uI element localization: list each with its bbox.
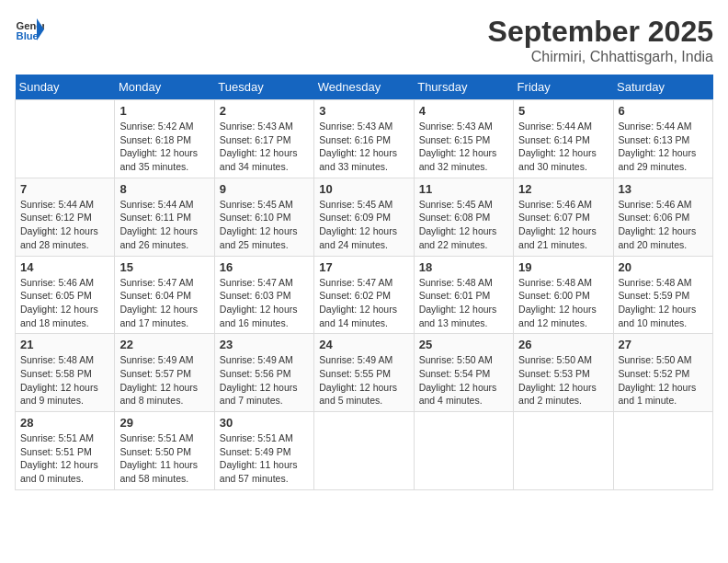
table-row: 17Sunrise: 5:47 AM Sunset: 6:02 PM Dayli… — [314, 256, 414, 334]
day-number: 29 — [119, 416, 209, 430]
day-number: 22 — [119, 338, 209, 351]
day-info: Sunrise: 5:46 AM Sunset: 6:07 PM Dayligh… — [518, 198, 608, 252]
day-number: 12 — [518, 182, 608, 196]
day-number: 15 — [119, 260, 209, 274]
table-row: 21Sunrise: 5:48 AM Sunset: 5:58 PM Dayli… — [16, 334, 115, 412]
table-row: 1Sunrise: 5:42 AM Sunset: 6:18 PM Daylig… — [115, 100, 214, 178]
table-row: 20Sunrise: 5:48 AM Sunset: 5:59 PM Dayli… — [613, 256, 712, 334]
table-row: 27Sunrise: 5:50 AM Sunset: 5:52 PM Dayli… — [613, 334, 712, 412]
day-info: Sunrise: 5:50 AM Sunset: 5:53 PM Dayligh… — [518, 353, 608, 408]
day-info: Sunrise: 5:45 AM Sunset: 6:08 PM Dayligh… — [419, 198, 508, 252]
table-row: 7Sunrise: 5:44 AM Sunset: 6:12 PM Daylig… — [16, 178, 115, 256]
day-number: 14 — [20, 260, 109, 274]
logo-icon: General Blue — [15, 15, 44, 44]
svg-text:Blue: Blue — [17, 30, 39, 41]
location-subtitle: Chirmiri, Chhattisgarh, India — [488, 49, 713, 65]
day-info: Sunrise: 5:43 AM Sunset: 6:16 PM Dayligh… — [319, 120, 408, 174]
table-row: 4Sunrise: 5:43 AM Sunset: 6:15 PM Daylig… — [414, 100, 513, 178]
calendar-week-row: 28Sunrise: 5:51 AM Sunset: 5:51 PM Dayli… — [16, 412, 713, 490]
day-info: Sunrise: 5:42 AM Sunset: 6:18 PM Dayligh… — [119, 120, 209, 174]
day-number: 28 — [20, 416, 109, 430]
table-row: 12Sunrise: 5:46 AM Sunset: 6:07 PM Dayli… — [514, 178, 613, 256]
day-number: 25 — [419, 338, 508, 351]
col-saturday: Saturday — [613, 75, 712, 100]
logo: General Blue — [15, 15, 44, 44]
day-info: Sunrise: 5:44 AM Sunset: 6:12 PM Dayligh… — [20, 198, 109, 252]
day-number: 3 — [319, 104, 408, 118]
month-year-title: September 2025 — [488, 15, 713, 49]
day-info: Sunrise: 5:49 AM Sunset: 5:55 PM Dayligh… — [319, 353, 408, 408]
day-number: 7 — [20, 182, 109, 196]
day-info: Sunrise: 5:45 AM Sunset: 6:10 PM Dayligh… — [220, 198, 309, 252]
table-row: 2Sunrise: 5:43 AM Sunset: 6:17 PM Daylig… — [214, 100, 313, 178]
day-info: Sunrise: 5:44 AM Sunset: 6:11 PM Dayligh… — [119, 198, 209, 252]
table-row: 6Sunrise: 5:44 AM Sunset: 6:13 PM Daylig… — [613, 100, 712, 178]
table-row: 25Sunrise: 5:50 AM Sunset: 5:54 PM Dayli… — [414, 334, 513, 412]
col-friday: Friday — [514, 75, 613, 100]
table-row: 23Sunrise: 5:49 AM Sunset: 5:56 PM Dayli… — [214, 334, 313, 412]
day-number: 26 — [518, 338, 608, 351]
day-info: Sunrise: 5:43 AM Sunset: 6:17 PM Dayligh… — [220, 120, 309, 174]
table-row: 10Sunrise: 5:45 AM Sunset: 6:09 PM Dayli… — [314, 178, 414, 256]
day-info: Sunrise: 5:46 AM Sunset: 6:06 PM Dayligh… — [619, 198, 708, 252]
day-info: Sunrise: 5:50 AM Sunset: 5:52 PM Dayligh… — [619, 353, 708, 408]
table-row — [314, 412, 414, 490]
day-number: 20 — [619, 260, 708, 274]
day-number: 17 — [319, 260, 408, 274]
day-number: 2 — [220, 104, 309, 118]
table-row: 5Sunrise: 5:44 AM Sunset: 6:14 PM Daylig… — [514, 100, 613, 178]
calendar-table: Sunday Monday Tuesday Wednesday Thursday… — [15, 75, 713, 490]
table-row: 24Sunrise: 5:49 AM Sunset: 5:55 PM Dayli… — [314, 334, 414, 412]
day-number: 1 — [119, 104, 209, 118]
day-number: 5 — [518, 104, 608, 118]
table-row — [514, 412, 613, 490]
table-row — [414, 412, 513, 490]
table-row: 13Sunrise: 5:46 AM Sunset: 6:06 PM Dayli… — [613, 178, 712, 256]
day-info: Sunrise: 5:49 AM Sunset: 5:56 PM Dayligh… — [220, 353, 309, 408]
col-sunday: Sunday — [16, 75, 115, 100]
day-info: Sunrise: 5:45 AM Sunset: 6:09 PM Dayligh… — [319, 198, 408, 252]
table-row: 28Sunrise: 5:51 AM Sunset: 5:51 PM Dayli… — [16, 412, 115, 490]
day-number: 21 — [20, 338, 109, 351]
day-number: 23 — [220, 338, 309, 351]
table-row: 26Sunrise: 5:50 AM Sunset: 5:53 PM Dayli… — [514, 334, 613, 412]
day-info: Sunrise: 5:44 AM Sunset: 6:13 PM Dayligh… — [619, 120, 708, 174]
day-info: Sunrise: 5:49 AM Sunset: 5:57 PM Dayligh… — [119, 353, 209, 408]
calendar-week-row: 14Sunrise: 5:46 AM Sunset: 6:05 PM Dayli… — [16, 256, 713, 334]
table-row: 29Sunrise: 5:51 AM Sunset: 5:50 PM Dayli… — [115, 412, 214, 490]
day-info: Sunrise: 5:43 AM Sunset: 6:15 PM Dayligh… — [419, 120, 508, 174]
table-row: 15Sunrise: 5:47 AM Sunset: 6:04 PM Dayli… — [115, 256, 214, 334]
day-info: Sunrise: 5:47 AM Sunset: 6:04 PM Dayligh… — [119, 276, 209, 330]
table-row — [16, 100, 115, 178]
day-number: 16 — [220, 260, 309, 274]
day-info: Sunrise: 5:48 AM Sunset: 5:59 PM Dayligh… — [619, 276, 708, 330]
col-wednesday: Wednesday — [314, 75, 414, 100]
table-row: 30Sunrise: 5:51 AM Sunset: 5:49 PM Dayli… — [214, 412, 313, 490]
day-number: 6 — [619, 104, 708, 118]
day-number: 8 — [119, 182, 209, 196]
title-area: September 2025 Chirmiri, Chhattisgarh, I… — [488, 15, 713, 65]
day-number: 30 — [220, 416, 309, 430]
day-number: 13 — [619, 182, 708, 196]
day-number: 9 — [220, 182, 309, 196]
day-number: 4 — [419, 104, 508, 118]
day-info: Sunrise: 5:51 AM Sunset: 5:50 PM Dayligh… — [119, 431, 209, 486]
day-info: Sunrise: 5:46 AM Sunset: 6:05 PM Dayligh… — [20, 276, 109, 330]
page-header: General Blue September 2025 Chirmiri, Ch… — [15, 15, 713, 65]
day-info: Sunrise: 5:47 AM Sunset: 6:03 PM Dayligh… — [220, 276, 309, 330]
table-row: 19Sunrise: 5:48 AM Sunset: 6:00 PM Dayli… — [514, 256, 613, 334]
day-info: Sunrise: 5:48 AM Sunset: 5:58 PM Dayligh… — [20, 353, 109, 408]
col-monday: Monday — [115, 75, 214, 100]
calendar-week-row: 21Sunrise: 5:48 AM Sunset: 5:58 PM Dayli… — [16, 334, 713, 412]
table-row: 18Sunrise: 5:48 AM Sunset: 6:01 PM Dayli… — [414, 256, 513, 334]
day-number: 19 — [518, 260, 608, 274]
day-info: Sunrise: 5:48 AM Sunset: 6:01 PM Dayligh… — [419, 276, 508, 330]
calendar-header-row: Sunday Monday Tuesday Wednesday Thursday… — [16, 75, 713, 100]
day-number: 10 — [319, 182, 408, 196]
day-info: Sunrise: 5:51 AM Sunset: 5:51 PM Dayligh… — [20, 431, 109, 486]
table-row: 9Sunrise: 5:45 AM Sunset: 6:10 PM Daylig… — [214, 178, 313, 256]
day-number: 27 — [619, 338, 708, 351]
table-row: 11Sunrise: 5:45 AM Sunset: 6:08 PM Dayli… — [414, 178, 513, 256]
day-number: 18 — [419, 260, 508, 274]
table-row: 22Sunrise: 5:49 AM Sunset: 5:57 PM Dayli… — [115, 334, 214, 412]
